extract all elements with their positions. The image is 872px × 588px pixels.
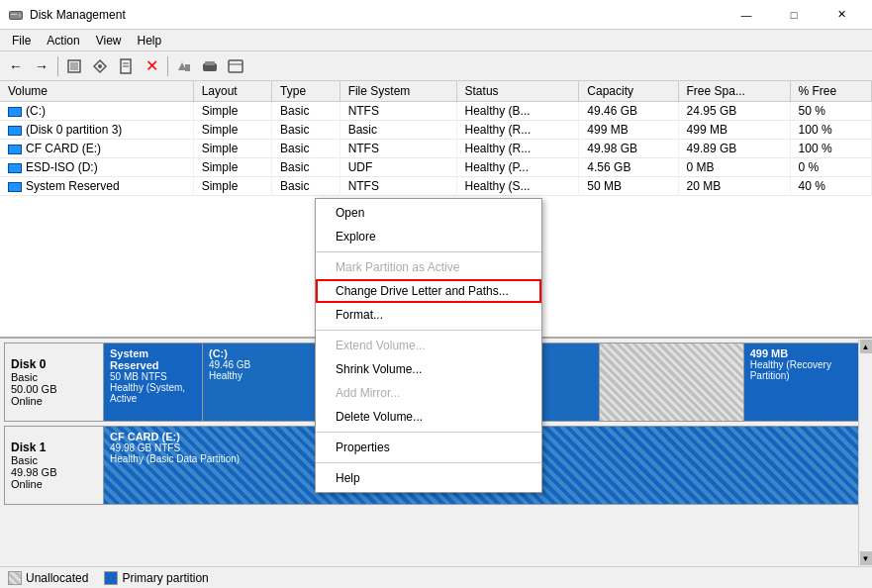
disk-1-type: Basic	[11, 454, 97, 466]
ctx-item-open[interactable]: Open	[316, 201, 541, 225]
volume-table: Volume Layout Type File System Status Ca…	[0, 81, 872, 196]
legend-unallocated: Unallocated	[8, 571, 88, 585]
table-header: Volume Layout Type File System Status Ca…	[0, 81, 872, 102]
ctx-item-help[interactable]: Help	[316, 466, 541, 490]
cell-layout: Simple	[193, 177, 271, 196]
col-volume: Volume	[0, 81, 193, 102]
disk-1-name: Disk 1	[11, 441, 97, 454]
cell-type: Basic	[272, 121, 340, 140]
table-row[interactable]: System Reserved Simple Basic NTFS Health…	[0, 177, 872, 196]
toolbar-btn-8[interactable]	[198, 54, 222, 78]
svg-rect-12	[205, 61, 215, 65]
titlebar-controls: — □ ✕	[724, 0, 864, 30]
maximize-button[interactable]: □	[771, 0, 817, 30]
ctx-item-change-drive-letter-and-paths[interactable]: Change Drive Letter and Paths...	[316, 279, 541, 303]
ctx-item-format[interactable]: Format...	[316, 303, 541, 327]
disk-0-name: Disk 0	[11, 357, 97, 371]
cell-volume: (C:)	[0, 102, 193, 121]
toolbar-btn-4[interactable]	[88, 54, 112, 78]
table-row[interactable]: ESD-ISO (D:) Simple Basic UDF Healthy (P…	[0, 158, 872, 177]
ctx-item-explore[interactable]: Explore	[316, 225, 541, 248]
toolbar-btn-3[interactable]	[62, 54, 86, 78]
menu-help[interactable]: Help	[130, 32, 170, 49]
disk-0-part-sysres[interactable]: System Reserved 50 MB NTFS Healthy (Syst…	[104, 343, 203, 421]
cell-pct: 40 %	[790, 177, 871, 196]
cell-layout: Simple	[193, 158, 271, 177]
table-row[interactable]: CF CARD (E:) Simple Basic NTFS Healthy (…	[0, 140, 872, 158]
ctx-item-add-mirror: Add Mirror...	[316, 381, 541, 405]
ctx-item-extend-volume: Extend Volume...	[316, 334, 541, 357]
ctx-item-shrink-volume[interactable]: Shrink Volume...	[316, 357, 541, 381]
svg-rect-3	[11, 14, 17, 15]
col-status: Status	[456, 81, 579, 102]
svg-point-6	[98, 64, 102, 68]
primary-label: Primary partition	[122, 571, 208, 585]
ctx-item-delete-volume[interactable]: Delete Volume...	[316, 405, 541, 429]
disk-0-status: Online	[11, 395, 97, 407]
col-capacity: Capacity	[579, 81, 678, 102]
scroll-down-btn[interactable]: ▼	[860, 551, 872, 565]
unallocated-label: Unallocated	[26, 571, 88, 585]
cell-status: Healthy (P...	[456, 158, 579, 177]
titlebar-left: Disk Management	[8, 7, 126, 23]
scroll-up-btn[interactable]: ▲	[860, 340, 872, 353]
disk-0-part-recovery[interactable]: 499 MB Healthy (Recovery Partition)	[744, 343, 867, 421]
back-button[interactable]: ←	[4, 54, 28, 78]
col-pct: % Free	[790, 81, 871, 102]
close-button[interactable]: ✕	[819, 0, 864, 30]
menu-file[interactable]: File	[4, 32, 39, 49]
forward-button[interactable]: →	[30, 54, 53, 78]
toolbar-btn-9[interactable]	[224, 54, 247, 78]
window-title: Disk Management	[30, 8, 126, 22]
cell-status: Healthy (R...	[456, 140, 579, 158]
cell-fs: NTFS	[339, 140, 456, 158]
cell-volume: CF CARD (E:)	[0, 140, 193, 158]
cell-volume: ESD-ISO (D:)	[0, 158, 193, 177]
part-recovery-size: 499 MB	[750, 347, 860, 359]
cell-type: Basic	[272, 102, 340, 121]
ctx-item-properties[interactable]: Properties	[316, 436, 541, 459]
svg-point-2	[19, 14, 22, 17]
cell-pct: 0 %	[790, 158, 871, 177]
cell-free: 49.89 GB	[678, 140, 790, 158]
toolbar-sep-1	[57, 56, 58, 76]
app-window: Disk Management — □ ✕ File Action View H…	[0, 0, 872, 588]
table-row[interactable]: (C:) Simple Basic NTFS Healthy (B... 49.…	[0, 102, 872, 121]
cell-layout: Simple	[193, 121, 271, 140]
menu-action[interactable]: Action	[39, 32, 87, 49]
ctx-separator	[316, 432, 541, 433]
cell-capacity: 4.56 GB	[579, 158, 678, 177]
cell-capacity: 49.46 GB	[579, 102, 678, 121]
cell-capacity: 50 MB	[579, 177, 678, 196]
cell-volume: System Reserved	[0, 177, 193, 196]
primary-box	[104, 571, 118, 585]
cell-free: 24.95 GB	[678, 102, 790, 121]
part-sysres-status: Healthy (System, Active	[110, 382, 196, 404]
disk-1-label: Disk 1 Basic 49.98 GB Online	[5, 427, 104, 504]
cell-free: 0 MB	[678, 158, 790, 177]
titlebar: Disk Management — □ ✕	[0, 0, 872, 30]
toolbar: ← → ✕	[0, 51, 872, 81]
scroll-track	[859, 354, 872, 550]
toolbar-btn-delete[interactable]: ✕	[140, 54, 163, 78]
disk-1-status: Online	[11, 478, 97, 490]
menu-view[interactable]: View	[88, 32, 130, 49]
legend-primary: Primary partition	[104, 571, 208, 585]
minimize-button[interactable]: —	[724, 0, 769, 30]
toolbar-btn-5[interactable]	[114, 54, 138, 78]
table-row[interactable]: (Disk 0 partition 3) Simple Basic Basic …	[0, 121, 872, 140]
context-menu[interactable]: OpenExploreMark Partition as ActiveChang…	[315, 198, 542, 493]
cell-type: Basic	[272, 177, 340, 196]
cell-layout: Simple	[193, 140, 271, 158]
svg-rect-13	[229, 60, 242, 72]
cell-status: Healthy (R...	[456, 121, 579, 140]
cell-capacity: 499 MB	[579, 121, 678, 140]
disk-0-size: 50.00 GB	[11, 383, 97, 395]
cell-free: 20 MB	[678, 177, 790, 196]
svg-rect-5	[70, 62, 78, 70]
menubar: File Action View Help	[0, 30, 872, 51]
disk-area-scrollbar[interactable]: ▲ ▼	[858, 339, 872, 566]
toolbar-btn-7[interactable]	[172, 54, 196, 78]
cell-type: Basic	[272, 158, 340, 177]
cell-status: Healthy (S...	[456, 177, 579, 196]
